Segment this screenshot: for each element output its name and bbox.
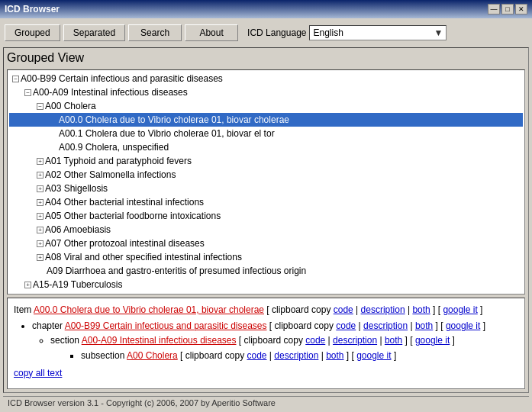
tree-item-label: A04 Other bacterial intestinal infection… xyxy=(45,197,204,208)
subsection-code-link[interactable]: code xyxy=(247,350,266,361)
item-both-link[interactable]: both xyxy=(412,304,430,315)
item-link[interactable]: A00.0 Cholera due to Vibrio cholerae 01,… xyxy=(34,304,264,315)
tree-item[interactable]: +A06 Amoebiasis xyxy=(9,223,523,237)
tree-item[interactable]: A00.9 Cholera, unspecified xyxy=(9,140,523,154)
chapter-code-link[interactable]: code xyxy=(336,320,356,331)
window-title: ICD Browser xyxy=(5,4,60,14)
tree-item-label: A08 Viral and other specified intestinal… xyxy=(45,252,242,262)
bullet-list: chapter A00-B99 Certain infectious and p… xyxy=(14,319,518,363)
subsection-desc-link[interactable]: description xyxy=(274,350,318,361)
language-dropdown[interactable]: English ▼ xyxy=(309,25,447,40)
tree-item-label: A00.1 Cholera due to Vibrio cholerae 01,… xyxy=(59,128,275,139)
copy-all-link[interactable]: copy all text xyxy=(14,368,62,378)
expand-icon[interactable]: + xyxy=(37,158,44,165)
item-desc-link[interactable]: description xyxy=(361,304,405,315)
tree-item-label: A00-B99 Certain infectious and parasitic… xyxy=(21,73,223,84)
chapter-link[interactable]: A00-B99 Certain infectious and parasitic… xyxy=(65,320,267,331)
expand-icon[interactable]: + xyxy=(24,282,31,288)
tree-item[interactable]: +A01 Typhoid and paratyphoid fevers xyxy=(9,154,523,168)
tree-item[interactable]: A09 Diarrhoea and gastro-enteritis of pr… xyxy=(9,264,523,278)
status-bar: ICD Browser version 3.1 - Copyright (c) … xyxy=(3,396,529,409)
tree-item-label: A00.0 Cholera due to Vibrio cholerae 01,… xyxy=(59,114,289,125)
chevron-down-icon: ▼ xyxy=(434,27,443,38)
title-bar: ICD Browser — □ ✕ xyxy=(0,0,532,18)
tree-item[interactable]: +A08 Viral and other specified intestina… xyxy=(9,250,523,264)
tree-item-label: A06 Amoebiasis xyxy=(45,224,111,235)
section-code-link[interactable]: code xyxy=(305,335,325,346)
expand-icon[interactable]: + xyxy=(37,199,44,206)
separated-button[interactable]: Separated xyxy=(63,24,125,41)
chapter-item: chapter A00-B99 Certain infectious and p… xyxy=(32,319,518,363)
expand-icon[interactable]: + xyxy=(37,227,44,233)
main-panel: Grouped View −A00-B99 Certain infectious… xyxy=(3,47,529,393)
tree-item-label: A09 Diarrhoea and gastro-enteritis of pr… xyxy=(47,266,306,276)
expand-icon[interactable]: + xyxy=(37,240,44,247)
chapter-desc-link[interactable]: description xyxy=(363,320,408,331)
tree-item[interactable]: +A03 Shigellosis xyxy=(9,182,523,195)
search-button[interactable]: Search xyxy=(128,24,182,41)
tree-item-label: A01 Typhoid and paratyphoid fevers xyxy=(45,156,192,166)
subsection-google-link[interactable]: google it xyxy=(356,350,391,361)
tree-item[interactable]: A00.1 Cholera due to Vibrio cholerae 01,… xyxy=(9,127,523,140)
chapter-google-link[interactable]: google it xyxy=(446,320,480,331)
item-code-link[interactable]: code xyxy=(334,304,353,315)
tree-item[interactable]: +A05 Other bacterial foodborne intoxicat… xyxy=(9,209,523,223)
section-list: section A00-A09 Intestinal infectious di… xyxy=(32,333,518,362)
subsection-link[interactable]: A00 Cholera xyxy=(127,350,178,361)
tree-item[interactable]: +A15-A19 Tuberculosis xyxy=(9,278,523,291)
view-title: Grouped View xyxy=(7,51,525,65)
tree-item-label: A05 Other bacterial foodborne intoxicati… xyxy=(45,211,221,221)
status-text: ICD Browser version 3.1 - Copyright (c) … xyxy=(8,398,276,407)
tree-item[interactable]: +A07 Other protozoal intestinal diseases xyxy=(9,237,523,250)
tree-item-label: A07 Other protozoal intestinal diseases xyxy=(45,238,205,249)
expand-icon[interactable]: + xyxy=(37,185,44,192)
subsection-list: subsection A00 Cholera [ clipboard copy … xyxy=(50,349,518,363)
item-google-link[interactable]: google it xyxy=(443,304,477,315)
copy-all-section: copy all text xyxy=(14,366,518,381)
window-controls: — □ ✕ xyxy=(488,4,527,14)
collapse-icon[interactable]: − xyxy=(24,89,31,96)
close-button[interactable]: ✕ xyxy=(515,4,527,14)
tree-item-label: A03 Shigellosis xyxy=(45,183,108,194)
tree-item[interactable]: +A04 Other bacterial intestinal infectio… xyxy=(9,195,523,209)
grouped-button[interactable]: Grouped xyxy=(5,24,60,41)
minimize-button[interactable]: — xyxy=(488,4,500,14)
section-google-link[interactable]: google it xyxy=(415,335,450,346)
expand-icon[interactable]: + xyxy=(37,254,44,261)
tree-view[interactable]: −A00-B99 Certain infectious and parasiti… xyxy=(7,69,525,295)
toolbar: Grouped Separated Search About ICD Langu… xyxy=(3,21,529,44)
collapse-icon[interactable]: − xyxy=(12,76,19,82)
window-body: Grouped Separated Search About ICD Langu… xyxy=(0,18,532,412)
tree-item-label: A02 Other Salmonella infections xyxy=(45,169,176,180)
info-panel: Item A00.0 Cholera due to Vibrio cholera… xyxy=(7,298,525,389)
collapse-icon[interactable]: − xyxy=(37,103,44,110)
tree-item[interactable]: −A00-A09 Intestinal infectious diseases xyxy=(9,85,523,99)
about-button[interactable]: About xyxy=(185,24,238,41)
section-both-link[interactable]: both xyxy=(385,335,402,346)
subsection-both-link[interactable]: both xyxy=(326,350,343,361)
tree-item-label: A00 Cholera xyxy=(45,101,96,111)
tree-item-label: A15-A19 Tuberculosis xyxy=(33,279,122,290)
tree-item[interactable]: +A20-A28 Certain zoonotic bacterial dise… xyxy=(9,291,523,295)
item-info-line: Item A00.0 Cholera due to Vibrio cholera… xyxy=(14,303,518,317)
chapter-both-link[interactable]: both xyxy=(415,320,433,331)
tree-item-label: A00.9 Cholera, unspecified xyxy=(59,142,169,153)
tree-item-label: A00-A09 Intestinal infectious diseases xyxy=(33,87,188,98)
tree-item[interactable]: A00.0 Cholera due to Vibrio cholerae 01,… xyxy=(9,113,523,127)
section-item: section A00-A09 Intestinal infectious di… xyxy=(50,333,518,362)
tree-item[interactable]: −A00-B99 Certain infectious and parasiti… xyxy=(9,72,523,85)
maximize-button[interactable]: □ xyxy=(501,4,514,14)
tree-item[interactable]: −A00 Cholera xyxy=(9,99,523,113)
expand-icon[interactable]: + xyxy=(37,172,44,179)
tree-item-label: A20-A28 Certain zoonotic bacterial disea… xyxy=(33,293,213,295)
subsection-item: subsection A00 Cholera [ clipboard copy … xyxy=(81,349,518,363)
item-prefix: Item xyxy=(14,304,34,315)
language-value: English xyxy=(313,27,343,38)
section-link[interactable]: A00-A09 Intestinal infectious diseases xyxy=(82,335,237,346)
tree-item[interactable]: +A02 Other Salmonella infections xyxy=(9,168,523,182)
section-desc-link[interactable]: description xyxy=(333,335,377,346)
lang-label: ICD Language xyxy=(247,27,306,38)
expand-icon[interactable]: + xyxy=(37,213,44,220)
